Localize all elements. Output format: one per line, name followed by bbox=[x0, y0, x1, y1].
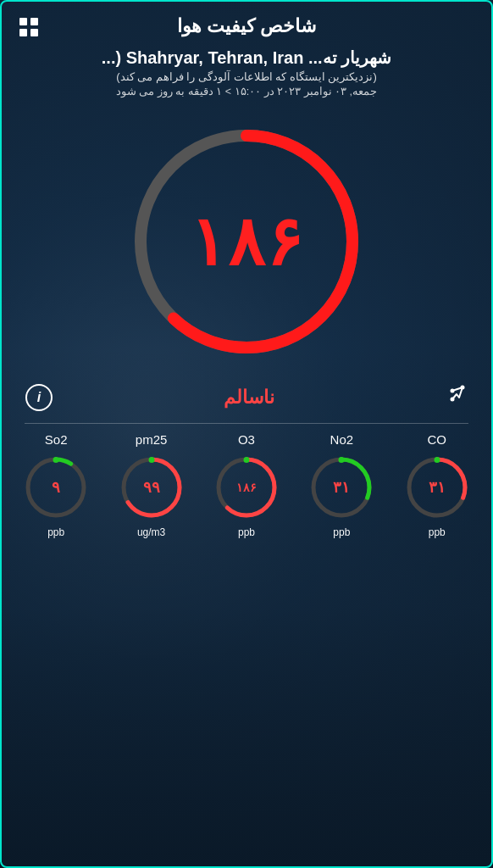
svg-rect-3 bbox=[30, 29, 38, 36]
svg-point-23 bbox=[434, 457, 440, 463]
pm25-value: ۹۹ bbox=[143, 478, 160, 497]
o3-gauge: ۱۸۶ bbox=[213, 453, 280, 521]
main-gauge: ۱۸۶ bbox=[119, 114, 374, 369]
pollutant-co: ۳۱ ppb bbox=[396, 453, 479, 538]
app-title: شاخص کیفیت هوا bbox=[177, 15, 316, 37]
location-time: جمعه, ۰۳ نوامبر ۲۰۲۳ در ۱۵:۰۰ > ۱ دقیقه … bbox=[14, 85, 479, 97]
no2-gauge: ۳۱ bbox=[307, 453, 375, 521]
o3-value: ۱۸۶ bbox=[236, 481, 257, 494]
main-gauge-value: ۱۸۶ bbox=[190, 203, 304, 281]
svg-rect-1 bbox=[30, 18, 38, 25]
so2-unit: ppb bbox=[47, 526, 64, 538]
pm25-gauge: ۹۹ bbox=[118, 453, 186, 521]
pollutant-o3: ۱۸۶ ppb bbox=[205, 453, 288, 538]
svg-rect-2 bbox=[19, 29, 27, 36]
header: شاخص کیفیت هوا bbox=[0, 0, 493, 44]
svg-rect-0 bbox=[19, 18, 27, 25]
label-pm25: pm25 bbox=[110, 432, 193, 447]
location-name: شهریار ته... Shahryar, Tehran, Iran (... bbox=[14, 47, 479, 68]
pollutant-no2: ۳۱ ppb bbox=[300, 453, 383, 538]
label-co: CO bbox=[396, 432, 479, 447]
label-so2: So2 bbox=[14, 432, 97, 447]
pm25-unit: ug/m3 bbox=[137, 526, 165, 538]
status-label: ناسالم bbox=[224, 387, 274, 409]
location-subtitle: (نزدیکترین ایستگاه که اطلاعات آلودگی را … bbox=[14, 70, 479, 83]
co-gauge: ۳۱ bbox=[403, 453, 471, 521]
app-content: شاخص کیفیت هوا شهریار ته... Shahryar, Te… bbox=[0, 0, 493, 868]
pollutants-gauges-row: ۹ ppb ۹۹ ug/m3 bbox=[8, 453, 485, 538]
svg-point-14 bbox=[148, 457, 154, 463]
co-value: ۳۱ bbox=[429, 478, 446, 497]
so2-gauge: ۹ bbox=[22, 453, 90, 521]
divider bbox=[25, 423, 468, 424]
no2-unit: ppb bbox=[333, 526, 350, 538]
pollutants-section: So2 pm25 O3 No2 CO ۹ ppb bbox=[0, 427, 493, 868]
pollutants-labels-row: So2 pm25 O3 No2 CO bbox=[8, 432, 485, 447]
label-no2: No2 bbox=[300, 432, 383, 447]
svg-point-20 bbox=[339, 457, 345, 463]
svg-point-6 bbox=[461, 386, 465, 390]
svg-point-7 bbox=[451, 398, 455, 402]
location-section: شهریار ته... Shahryar, Tehran, Iran (...… bbox=[0, 44, 493, 99]
share-button[interactable] bbox=[446, 384, 468, 411]
so2-value: ۹ bbox=[52, 478, 60, 497]
info-button[interactable]: i bbox=[25, 384, 53, 411]
o3-unit: ppb bbox=[238, 526, 255, 538]
svg-point-11 bbox=[53, 457, 59, 463]
pollutant-so2: ۹ ppb bbox=[14, 453, 97, 538]
svg-point-17 bbox=[243, 457, 249, 463]
label-o3: O3 bbox=[205, 432, 288, 447]
svg-point-8 bbox=[451, 389, 455, 393]
status-bar: i ناسالم bbox=[0, 376, 493, 420]
no2-value: ۳۱ bbox=[333, 478, 350, 497]
menu-icon[interactable] bbox=[17, 15, 41, 42]
pollutant-pm25: ۹۹ ug/m3 bbox=[110, 453, 193, 538]
co-unit: ppb bbox=[429, 526, 446, 538]
